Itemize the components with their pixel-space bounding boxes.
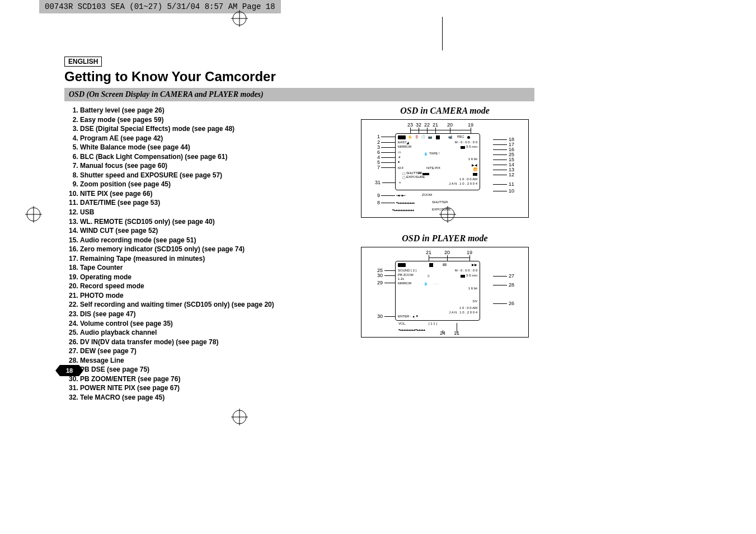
shutter-icon: ▢ [402, 171, 406, 175]
leader-line [493, 154, 507, 155]
list-item: Shutter speed and EXPOSURE (see page 57) [80, 171, 355, 180]
language-label: ENGLISH [64, 57, 102, 67]
photo-icon: 📷 [428, 135, 432, 139]
leader-line [493, 276, 507, 277]
osd-screen-player: 📼 ▶▶ SOUND [ 2 ] PB ZOOM 1.2x MIRROR 0️ … [395, 261, 480, 321]
shutter-row: ▾▴▴▴▴▴▴▴▴▴▴ [396, 200, 415, 204]
sound-label: SOUND [ 2 ] [398, 269, 416, 272]
ae-icon: ☀ [398, 155, 401, 159]
nitepix-label: NITE PIX [426, 166, 440, 170]
date-label: J A N . 1 0 , 2 0 0 4 [449, 311, 477, 314]
rec-dot-icon [467, 136, 470, 139]
leader-line [457, 323, 457, 334]
list-item: Audio playback channel [80, 328, 355, 338]
leader-line [384, 270, 396, 271]
list-item: Tape Counter [80, 263, 355, 273]
list-item: Volume control (see page 35) [80, 319, 355, 329]
hand-icon: ✋ [408, 135, 412, 139]
dew-icon: 💧 [424, 282, 428, 285]
printer-mark-left [25, 206, 42, 223]
windcut-icon: ▶◀ [472, 163, 477, 167]
callout-num: 8 [377, 200, 380, 205]
printer-mark-top [231, 10, 248, 27]
leader-line [381, 167, 395, 168]
leader-line [384, 316, 396, 317]
mirror-label: MIRROR [398, 282, 411, 285]
callout-num: 26 [509, 301, 514, 306]
time-label: 1 0 : 0 0 AM [459, 306, 477, 310]
play-symbol: ▶▶ [472, 263, 477, 266]
exposure-icon: ▢ [402, 175, 406, 179]
leader-line [381, 152, 395, 153]
leader-line [493, 160, 507, 160]
battery-icon [398, 263, 406, 267]
callout-num: 19 [467, 250, 472, 255]
list-item: Operating mode [80, 273, 355, 282]
callout-num: 21 [433, 122, 438, 128]
list-item: DSE (Digital Special Effects) mode (see … [80, 124, 355, 134]
leader-line [493, 285, 507, 285]
exposure-row: ▾▴▴▴▴▴▴▴▴▴▴▴▴ [392, 208, 414, 212]
callout-num: 7 [377, 165, 380, 170]
list-item: DIS (see page 47) [80, 310, 355, 319]
list-item: DV IN(DV data transfer mode) (see page 7… [80, 338, 355, 347]
figure-player-osd: 21 20 19 25 30 29 30 27 28 26 [361, 247, 529, 338]
sp-icon [429, 263, 433, 267]
exposure-label: EXPOSURE [406, 175, 425, 179]
list-item: BLC (Back Light Compensation) (see page … [80, 152, 355, 162]
leader-line [381, 142, 395, 143]
leader-line [381, 195, 395, 196]
leader-line [443, 330, 443, 334]
audio-mode-label: 1 6 bit [468, 287, 477, 290]
leader-line [493, 303, 507, 304]
enter-label: ENTER : ▲▼ [398, 315, 419, 318]
leader-line [410, 130, 471, 130]
exposure-text: EXPOSURE [432, 208, 450, 211]
callout-num: 22 [424, 122, 430, 128]
osd-screen-camera: ✋ 🌷 🕒 📷 📹 REC EASY ◢ MIRROR ▭ ☀ ♠ M.F [395, 133, 480, 190]
remain-label: 5 5 min [466, 145, 477, 148]
list-item: DATE/TIME (see page 53) [80, 198, 355, 208]
rec-label: REC [457, 135, 464, 138]
list-item: Battery level (see page 26) [80, 106, 355, 115]
figure-title-camera: OSD in CAMERA mode [355, 106, 534, 116]
battery-icon [398, 135, 406, 139]
tape-bar-icon [461, 275, 465, 278]
list-item: Remaining Tape (measured in minutes) [80, 254, 355, 264]
zero-icon: 0️ [426, 274, 430, 278]
list-item: Zoom position (see page 45) [80, 180, 355, 189]
callout-num: 27 [509, 273, 514, 279]
leader-line [381, 147, 395, 148]
page-content: ENGLISH Getting to Know Your Camcorder O… [64, 56, 534, 402]
time-label: 1 0 : 0 0 AM [459, 177, 477, 181]
leader-line [381, 157, 395, 158]
figure-title-player: OSD in PLAYER mode [355, 233, 534, 243]
list-item: USB [80, 208, 355, 217]
gutter-rule [442, 17, 443, 50]
tape-bar-icon [461, 146, 465, 149]
leader-line [410, 128, 411, 133]
callout-num: 10 [509, 188, 514, 194]
mf-label: M.F [398, 166, 403, 170]
easy-q-icon: ◢ [406, 140, 409, 144]
dew-icon: 💧 [424, 152, 428, 156]
list-item: Message Line [80, 356, 355, 366]
callout-num: 20 [447, 122, 453, 128]
bar-icon [473, 173, 477, 176]
leader-line [493, 139, 507, 140]
date-label: J A N . 1 0 , 2 0 0 4 [449, 182, 477, 185]
page-title: Getting to Know Your Camcorder [64, 69, 534, 85]
list-item: NITE PIX (see page 66) [80, 189, 355, 199]
leader-line [381, 203, 395, 203]
leader-line [493, 184, 507, 185]
list-item: Manual focus (see page 60) [80, 161, 355, 171]
player-mode-icon: 📼 [443, 263, 447, 266]
callout-num: 29 [377, 280, 383, 285]
remote-icon: 📶 [473, 167, 477, 171]
vol-value: [ 1 1 ] [429, 322, 437, 325]
callout-num: 1 [377, 134, 380, 139]
list-item: WL. REMOTE (SCD105 only) (see page 40) [80, 217, 355, 227]
leader-line [450, 128, 450, 133]
zoom-w-icon: W [418, 171, 421, 175]
list-item: White Balance mode (see page 44) [80, 143, 355, 152]
